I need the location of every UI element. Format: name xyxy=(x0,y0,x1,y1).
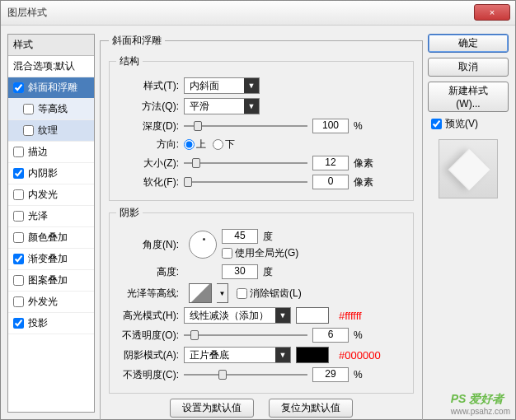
angle-label: 角度(N): xyxy=(116,238,184,252)
sidebar-item-label: 图案叠加 xyxy=(28,273,68,287)
shadow-color-annotation: #000000 xyxy=(339,349,381,362)
angle-input[interactable]: 45 xyxy=(222,229,258,244)
group-title: 斜面和浮雕 xyxy=(109,34,165,48)
highlight-opacity-input[interactable]: 6 xyxy=(312,328,349,343)
make-default-button[interactable]: 设置为默认值 xyxy=(170,399,254,418)
sidebar-item-8[interactable]: 渐变叠加 xyxy=(8,249,94,270)
sidebar-item-3[interactable]: 描边 xyxy=(8,142,94,163)
shadow-opacity-label: 不透明度(C): xyxy=(116,368,184,382)
structure-title: 结构 xyxy=(116,54,143,68)
use-global-light-checkbox[interactable]: 使用全局光(G) xyxy=(222,246,298,260)
highlight-color-annotation: #ffffff xyxy=(339,310,362,322)
sidebar-item-label: 渐变叠加 xyxy=(28,252,68,266)
sidebar-item-label: 内发光 xyxy=(28,188,58,202)
chevron-down-icon: ▼ xyxy=(275,348,290,362)
size-label: 大小(Z): xyxy=(116,156,184,170)
sidebar-header: 样式 xyxy=(8,35,94,56)
sidebar-item-label: 等高线 xyxy=(38,102,68,116)
soften-label: 软化(F): xyxy=(116,175,184,189)
reset-default-button[interactable]: 复位为默认值 xyxy=(269,399,353,418)
direction-label: 方向: xyxy=(116,138,184,152)
cancel-button[interactable]: 取消 xyxy=(428,58,509,77)
sidebar-item-label: 内阴影 xyxy=(28,166,58,180)
sidebar-item-2[interactable]: 纹理 xyxy=(8,120,94,142)
soften-slider[interactable] xyxy=(184,176,307,188)
sidebar-item-11[interactable]: 投影 xyxy=(8,313,94,334)
sidebar-item-0[interactable]: 斜面和浮雕 xyxy=(8,77,94,99)
highlight-opacity-slider[interactable] xyxy=(184,329,307,341)
shadow-opacity-input[interactable]: 29 xyxy=(312,367,349,382)
titlebar: 图层样式 × xyxy=(1,1,515,26)
angle-dial[interactable] xyxy=(189,231,217,259)
altitude-label: 高度: xyxy=(116,265,184,279)
highlight-opacity-label: 不透明度(O): xyxy=(116,329,184,343)
highlight-color-swatch[interactable] xyxy=(296,307,329,324)
watermark: PS 爱好者 www.psahz.com xyxy=(451,392,510,416)
sidebar-item-label: 光泽 xyxy=(28,209,48,223)
sidebar-item-4[interactable]: 内阴影 xyxy=(8,163,94,184)
ok-button[interactable]: 确定 xyxy=(428,34,509,53)
depth-input[interactable]: 100 xyxy=(312,119,349,133)
sidebar-item-label: 纹理 xyxy=(38,124,58,138)
shading-title: 阴影 xyxy=(116,206,143,220)
sidebar-blend-options[interactable]: 混合选项:默认 xyxy=(8,56,94,77)
content: 样式 混合选项:默认 斜面和浮雕等高线纹理描边内阴影内发光光泽颜色叠加渐变叠加图… xyxy=(1,26,515,419)
sidebar-item-label: 投影 xyxy=(28,316,48,330)
sidebar-item-1[interactable]: 等高线 xyxy=(8,99,94,120)
chevron-down-icon: ▼ xyxy=(244,99,259,114)
sidebar-item-label: 描边 xyxy=(28,145,48,159)
shadow-mode-label: 阴影模式(A): xyxy=(116,348,184,362)
sidebar-item-5[interactable]: 内发光 xyxy=(8,184,94,206)
depth-label: 深度(D): xyxy=(116,119,184,133)
close-button[interactable]: × xyxy=(474,4,510,21)
shadow-opacity-slider[interactable] xyxy=(184,369,307,380)
sidebar-item-label: 颜色叠加 xyxy=(28,231,68,245)
size-input[interactable]: 12 xyxy=(312,156,349,170)
gloss-contour-label: 光泽等高线: xyxy=(116,287,184,301)
styles-sidebar: 样式 混合选项:默认 斜面和浮雕等高线纹理描边内阴影内发光光泽颜色叠加渐变叠加图… xyxy=(7,34,95,413)
preview-thumbnail xyxy=(439,139,498,198)
highlight-mode-label: 高光模式(H): xyxy=(116,309,184,323)
sidebar-item-label: 斜面和浮雕 xyxy=(28,81,77,95)
sidebar-item-7[interactable]: 颜色叠加 xyxy=(8,227,94,249)
style-label: 样式(T): xyxy=(116,79,184,93)
sidebar-item-6[interactable]: 光泽 xyxy=(8,206,94,227)
direction-down-radio[interactable]: 下 xyxy=(213,138,235,152)
shading-group: 阴影 角度(N): 45 度 使用全局光(G) xyxy=(109,206,414,394)
antialias-checkbox[interactable]: 消除锯齿(L) xyxy=(237,287,302,301)
direction-up-radio[interactable]: 上 xyxy=(184,138,206,152)
gloss-contour-picker[interactable] xyxy=(189,283,212,303)
window-title: 图层样式 xyxy=(7,6,47,20)
altitude-input[interactable]: 30 xyxy=(222,264,258,279)
shadow-color-swatch[interactable] xyxy=(296,347,329,363)
bevel-emboss-group: 斜面和浮雕 结构 样式(T): 内斜面 ▼ 方法(Q): 平滑 xyxy=(100,34,423,420)
sidebar-item-10[interactable]: 外发光 xyxy=(8,292,94,313)
right-column: 确定 取消 新建样式(W)... 预览(V) xyxy=(428,34,509,413)
technique-label: 方法(Q): xyxy=(116,100,184,114)
preview-checkbox[interactable]: 预览(V) xyxy=(428,117,509,131)
size-slider[interactable] xyxy=(184,157,307,169)
structure-group: 结构 样式(T): 内斜面 ▼ 方法(Q): 平滑 ▼ xyxy=(109,54,414,201)
chevron-down-icon: ▼ xyxy=(275,308,290,323)
sidebar-item-label: 外发光 xyxy=(28,295,58,309)
style-dropdown[interactable]: 内斜面 ▼ xyxy=(184,77,260,94)
depth-slider[interactable] xyxy=(184,120,307,132)
soften-input[interactable]: 0 xyxy=(312,175,349,189)
new-style-button[interactable]: 新建样式(W)... xyxy=(428,82,509,112)
shadow-mode-dropdown[interactable]: 正片叠底 ▼ xyxy=(184,347,291,363)
layer-style-dialog: 图层样式 × 样式 混合选项:默认 斜面和浮雕等高线纹理描边内阴影内发光光泽颜色… xyxy=(0,0,516,420)
chevron-down-icon[interactable]: ▼ xyxy=(217,283,228,303)
sidebar-item-9[interactable]: 图案叠加 xyxy=(8,270,94,292)
chevron-down-icon: ▼ xyxy=(244,78,259,93)
technique-dropdown[interactable]: 平滑 ▼ xyxy=(184,98,260,114)
main-panel: 斜面和浮雕 结构 样式(T): 内斜面 ▼ 方法(Q): 平滑 xyxy=(100,34,423,413)
highlight-mode-dropdown[interactable]: 线性减淡（添加） ▼ xyxy=(184,307,291,324)
